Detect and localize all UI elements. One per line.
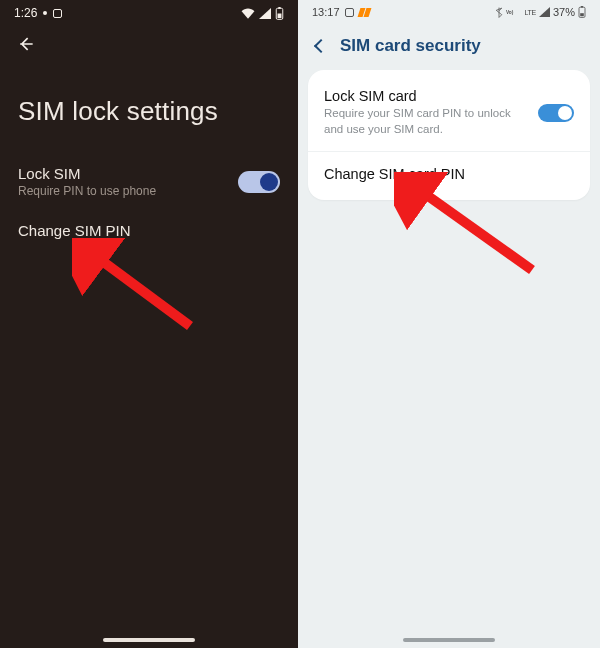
lock-sim-card-row[interactable]: Lock SIM card Require your SIM card PIN … bbox=[308, 74, 590, 151]
page-title: SIM card security bbox=[340, 36, 481, 56]
page-title: SIM lock settings bbox=[0, 62, 298, 153]
lock-sim-title: Lock SIM bbox=[18, 165, 156, 182]
notification-dot-icon bbox=[43, 11, 47, 15]
back-arrow-icon[interactable] bbox=[16, 34, 36, 54]
samsung-light-screen: 13:17 Vo) LTE 37% SIM card security Lock… bbox=[298, 0, 600, 648]
change-sim-pin-title: Change SIM PIN bbox=[18, 222, 280, 239]
gesture-nav-pill[interactable] bbox=[403, 638, 495, 642]
svg-rect-2 bbox=[278, 13, 282, 18]
page-header: SIM card security bbox=[298, 18, 600, 70]
clock-text: 1:26 bbox=[14, 6, 37, 20]
status-bar: 1:26 bbox=[0, 0, 298, 22]
back-chevron-icon[interactable] bbox=[314, 39, 328, 53]
battery-icon bbox=[578, 6, 586, 18]
notification-app-icon bbox=[53, 9, 62, 18]
lock-sim-card-subtitle: Require your SIM card PIN to unlock and … bbox=[324, 106, 524, 137]
clock-text: 13:17 bbox=[312, 6, 340, 18]
svg-rect-1 bbox=[278, 7, 281, 9]
screenshot-notif-icon bbox=[345, 8, 354, 17]
status-bar: 13:17 Vo) LTE 37% bbox=[298, 0, 600, 18]
svg-text:Vo): Vo) bbox=[506, 10, 514, 15]
lock-sim-subtitle: Require PIN to use phone bbox=[18, 184, 156, 198]
network-type: LTE bbox=[525, 9, 536, 16]
change-sim-card-pin-row[interactable]: Change SIM card PIN bbox=[308, 152, 590, 196]
volte-icon: Vo) bbox=[506, 7, 522, 17]
change-sim-pin-row[interactable]: Change SIM PIN bbox=[0, 210, 298, 251]
gesture-nav-pill[interactable] bbox=[103, 638, 195, 642]
pixel-dark-screen: 1:26 SIM lock settings Lock SIM Require … bbox=[0, 0, 298, 648]
bluetooth-icon bbox=[495, 7, 503, 18]
battery-pct: 37% bbox=[553, 6, 575, 18]
signal-icon bbox=[539, 7, 550, 17]
wifi-icon bbox=[241, 8, 255, 19]
lock-sim-card-title: Lock SIM card bbox=[324, 88, 524, 104]
app-notif-icon bbox=[359, 8, 370, 17]
signal-icon bbox=[259, 8, 271, 19]
lock-sim-card-toggle[interactable] bbox=[538, 104, 574, 122]
svg-rect-6 bbox=[580, 13, 584, 16]
change-sim-card-pin-title: Change SIM card PIN bbox=[324, 166, 574, 182]
lock-sim-toggle[interactable] bbox=[238, 171, 280, 193]
battery-icon bbox=[275, 7, 284, 20]
settings-card: Lock SIM card Require your SIM card PIN … bbox=[308, 70, 590, 200]
svg-rect-5 bbox=[581, 6, 583, 8]
lock-sim-row[interactable]: Lock SIM Require PIN to use phone bbox=[0, 153, 298, 210]
